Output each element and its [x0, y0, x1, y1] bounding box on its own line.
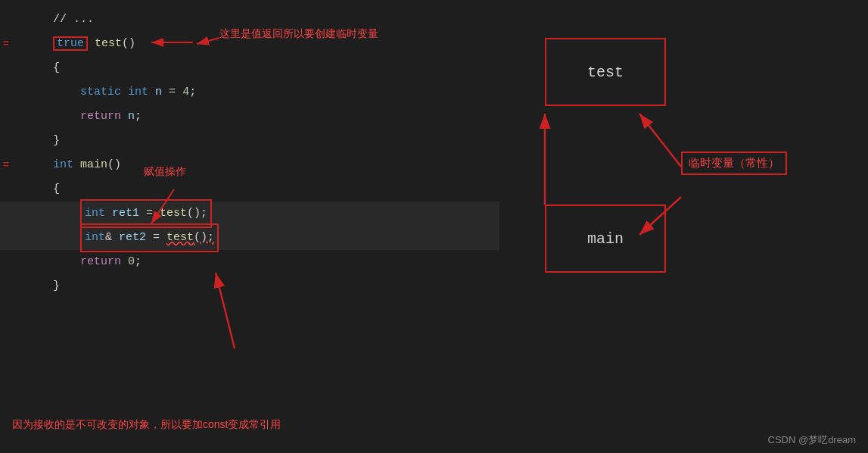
line-content-11: } — [12, 250, 499, 323]
line-marker-6: = — [0, 153, 12, 177]
line-brace-close-2: } — [0, 274, 499, 298]
watermark: CSDN @梦呓dream — [768, 433, 857, 447]
editor-area: // ... = true test() { static int n = 4;… — [0, 0, 499, 453]
test-box: test — [545, 38, 666, 106]
line-marker-1: = — [0, 32, 12, 56]
temp-var-label: 临时变量（常性） — [681, 152, 787, 175]
top-right-annotation: 这里是值返回所以要创建临时变量 — [219, 27, 378, 41]
bottom-annotation: 因为接收的是不可改变的对象，所以要加const变成常引用 — [12, 418, 281, 432]
assign-label: 赋值操作 — [144, 165, 186, 179]
main-box: main — [545, 205, 666, 273]
diagram-area: test main 临时变量（常性） — [484, 0, 868, 453]
